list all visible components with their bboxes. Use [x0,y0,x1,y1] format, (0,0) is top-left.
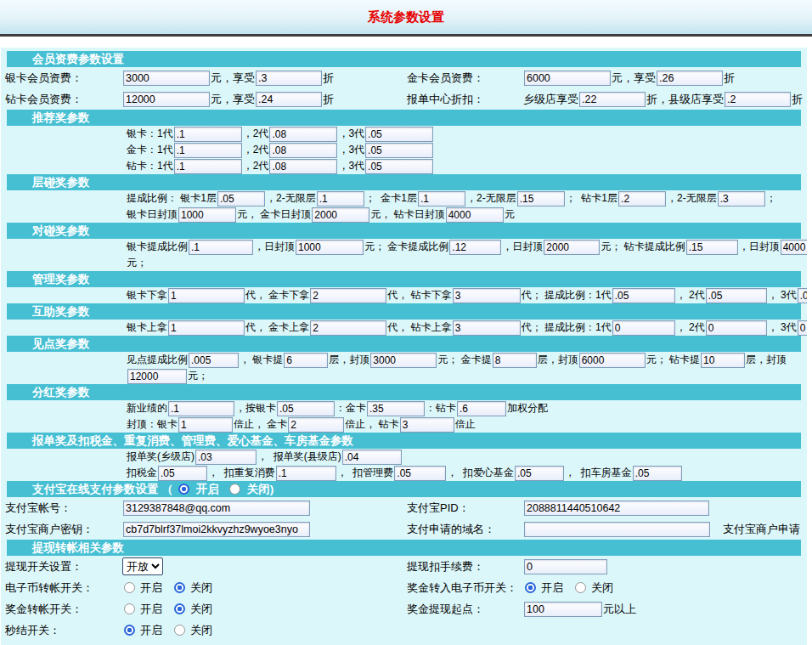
deduct-love-fund-input[interactable] [515,466,564,481]
sight-point-award-title: 见点奖参数 [32,337,90,352]
silver-discount-input[interactable] [256,71,322,86]
mgmt-silver-gens-input[interactable] [168,288,245,303]
inline-text: 金卡：1代 [127,143,173,157]
mgmt-diamond-gens-input[interactable] [453,288,521,303]
dividend-cap-gold-input[interactable] [288,417,344,433]
gold-member-fee-input[interactable] [524,71,611,86]
point-gold-cap-input[interactable] [579,353,646,368]
point-silver-layers-input[interactable] [284,353,328,368]
layer-gold-daily-cap-input[interactable] [312,207,369,223]
ecurrency-transfer-on-radio-label: 开启 [140,580,162,596]
dividend-cap-diamond-input[interactable] [400,417,454,433]
layer-silver-l2plus-input[interactable] [317,191,364,207]
dividend-cap-silver-input[interactable] [178,417,233,433]
withdraw-switch-select[interactable]: 开放 [122,557,163,575]
referral-silver-gen3-input[interactable] [365,127,433,142]
inline-text: 元，享受 [211,71,255,86]
point-gold-layers-input[interactable] [493,353,537,368]
inline-text: ，2代 [243,143,269,157]
alipay-enable-radio[interactable] [178,484,189,495]
pair-diamond-daily-cap-input[interactable] [781,240,807,255]
bonus-transfer-off-radio[interactable] [174,603,185,614]
inline-text: ， 扣爱心基金 [447,466,514,480]
alipay-merchant-key-input[interactable] [123,522,310,537]
referral-gold-gen2-input[interactable] [269,143,337,158]
mgmt-ratio-gen3-input[interactable] [798,288,807,303]
pair-gold-daily-cap-input[interactable] [544,240,600,255]
point-silver-cap-input[interactable] [370,353,437,368]
deduct-repeat-consume-input[interactable] [276,466,336,481]
bonus-to-ecurrency-on-radio[interactable] [525,582,536,593]
mutual-silver-gens-input[interactable] [168,320,245,336]
layer-silver-daily-cap-input[interactable] [178,207,236,223]
referral-gold-gen1-input[interactable] [174,143,242,158]
county-store-discount-input[interactable] [725,92,791,107]
ecurrency-transfer-off-radio-label: 关闭 [190,580,212,596]
bonus-transfer-off-radio-label: 关闭 [190,602,212,617]
layer-silver-l1-input[interactable] [217,191,265,207]
deduct-car-house-fund-input[interactable] [633,466,682,481]
declare-award-township-input[interactable] [195,450,257,465]
mutual-ratio-gen2-input[interactable] [706,320,767,336]
mgmt-ratio-gen1-input[interactable] [612,288,675,303]
ecurrency-transfer-off-radio[interactable] [174,582,185,593]
instant-settle-off-radio[interactable] [174,625,185,636]
withdraw-switch-label: 提现开关设置： [1,559,122,574]
mutual-gold-gens-input[interactable] [310,320,386,336]
inline-text: ，2-无限层 [266,191,316,206]
deduct-mgmt-fee-input[interactable] [394,466,446,481]
silver-member-fee-input[interactable] [123,71,210,86]
withdraw-fee-input[interactable] [524,559,607,574]
alipay-pid-input[interactable] [524,501,709,516]
pair-silver-ratio-input[interactable] [189,240,253,255]
referral-silver-gen2-input[interactable] [269,127,337,142]
diamond-discount-input[interactable] [256,92,322,107]
declare-center-discount-label: 报单中心折扣： [407,92,523,107]
ecurrency-transfer-on-radio[interactable] [124,582,135,593]
deduct-tax-input[interactable] [158,466,207,481]
mutual-ratio-gen3-input[interactable] [798,320,807,336]
bonus-transfer-on-radio[interactable] [124,603,135,614]
referral-diamond-gen2-input[interactable] [269,159,337,174]
referral-gold-gen3-input[interactable] [365,143,433,158]
instant-settle-on-radio-label: 开启 [140,623,162,638]
dividend-new-perf-ratio-input[interactable] [168,401,234,416]
township-store-discount-input[interactable] [579,92,646,107]
alipay-merchant-apply-link[interactable]: 支付宝商户申请 [723,522,800,537]
form-row: 银卡上拿代， 金卡上拿代， 钻卡上拿代； 提成比例：1代， 2代， 3代 [1,320,807,336]
diamond-member-fee-input[interactable] [123,92,210,107]
alipay-disable-radio[interactable] [229,484,240,495]
declare-award-county-input[interactable] [342,450,402,465]
layer-diamond-l1-input[interactable] [618,191,666,207]
point-ratio-input[interactable] [189,353,239,368]
layer-diamond-daily-cap-input[interactable] [446,207,504,223]
point-diamond-layers-input[interactable] [701,353,745,368]
layer-diamond-l2plus-input[interactable] [718,191,765,207]
dividend-weight-silver-input[interactable] [277,401,335,416]
pair-gold-ratio-input[interactable] [449,240,501,255]
pair-silver-daily-cap-input[interactable] [296,240,364,255]
mutual-diamond-gens-input[interactable] [453,320,521,336]
gold-discount-input[interactable] [657,71,723,86]
alipay-domain-input[interactable] [524,522,710,537]
layer-gold-l1-input[interactable] [418,191,465,207]
mutual-ratio-gen1-input[interactable] [612,320,675,336]
inline-text: 报单奖(乡级店) [127,450,195,464]
referral-diamond-gen3-input[interactable] [365,159,433,174]
inline-text: 封顶：银卡 [127,417,178,432]
inline-text: ，2-无限层 [466,191,516,206]
referral-diamond-gen1-input[interactable] [174,159,242,174]
referral-silver-gen1-input[interactable] [174,127,242,142]
point-diamond-cap-input[interactable] [127,369,187,384]
pair-diamond-ratio-input[interactable] [686,240,738,255]
layer-gold-l2plus-input[interactable] [517,191,565,207]
alipay-account-input[interactable] [123,501,310,516]
bonus-withdraw-min-input[interactable] [524,602,602,617]
mgmt-gold-gens-input[interactable] [310,288,386,303]
instant-settle-on-radio[interactable] [124,625,135,636]
inline-text: ； [766,191,776,206]
mgmt-ratio-gen2-input[interactable] [706,288,767,303]
dividend-weight-diamond-input[interactable] [457,401,506,416]
dividend-weight-gold-input[interactable] [367,401,425,416]
bonus-to-ecurrency-off-radio[interactable] [575,582,586,593]
